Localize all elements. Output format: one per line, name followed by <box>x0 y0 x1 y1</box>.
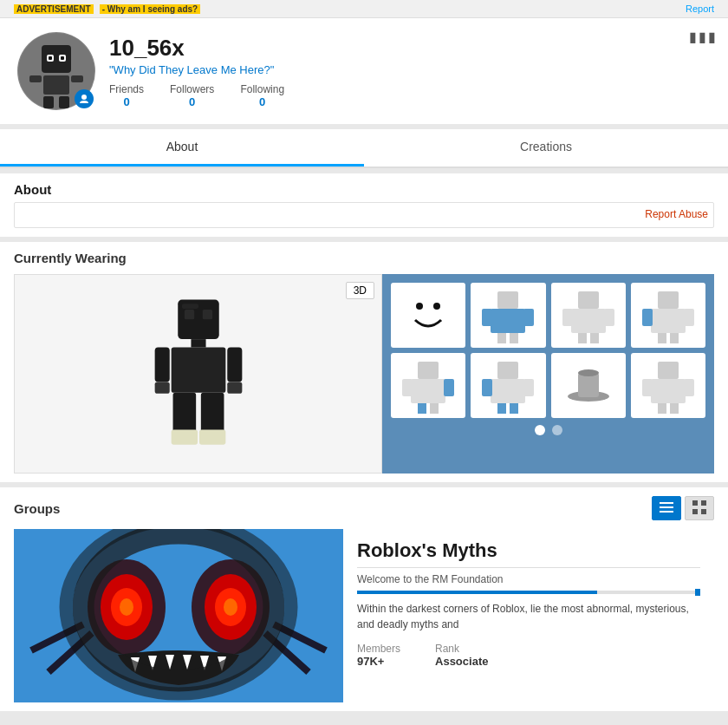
svg-rect-41 <box>578 333 587 343</box>
group-card: Roblox's Myths Welcome to the RM Foundat… <box>14 529 714 702</box>
svg-rect-62 <box>497 403 506 414</box>
group-tagline: Welcome to the RM Foundation <box>357 573 700 585</box>
list-view-icon <box>660 502 673 513</box>
svg-point-86 <box>120 598 133 616</box>
svg-rect-74 <box>670 403 679 414</box>
report-abuse-link[interactable]: Report Abuse <box>20 208 708 220</box>
following-count: 0 <box>240 95 284 108</box>
svg-rect-16 <box>171 348 225 393</box>
rank-info: Rank Associate <box>435 643 488 668</box>
svg-rect-47 <box>684 309 694 326</box>
wearing-title: Currently Wearing <box>14 251 714 265</box>
groups-title: Groups <box>14 501 60 516</box>
svg-rect-40 <box>604 309 614 326</box>
about-title: About <box>14 182 714 197</box>
pants1-icon <box>402 357 454 414</box>
svg-point-67 <box>578 369 599 376</box>
following-stat: Following 0 <box>240 83 284 108</box>
svg-rect-55 <box>418 403 426 414</box>
svg-rect-21 <box>172 393 196 434</box>
hat-icon <box>562 357 614 414</box>
default-front-icon <box>562 287 614 343</box>
svg-rect-25 <box>182 304 198 309</box>
item-thumb-pants1[interactable] <box>391 353 465 418</box>
svg-rect-31 <box>491 309 525 333</box>
svg-rect-66 <box>578 373 599 397</box>
group-image <box>14 529 343 702</box>
user-icon <box>79 94 89 104</box>
report-link[interactable]: Report <box>686 3 714 14</box>
dot-2[interactable] <box>552 425 562 435</box>
svg-rect-80 <box>692 509 698 514</box>
profile-tabs: About Creations <box>0 129 728 168</box>
group-image-svg <box>14 529 343 702</box>
avatar-3d-view: 3D <box>14 274 382 474</box>
svg-rect-1 <box>42 45 71 73</box>
svg-rect-23 <box>171 430 197 445</box>
default-back-icon <box>642 287 694 343</box>
svg-rect-79 <box>701 500 706 506</box>
following-label: Following <box>240 83 284 95</box>
item-thumb-default2[interactable] <box>631 283 705 348</box>
members-label: Members <box>357 643 400 655</box>
list-view-button[interactable] <box>652 496 681 520</box>
svg-rect-60 <box>482 379 492 396</box>
svg-rect-38 <box>571 309 606 333</box>
wearing-content: 3D <box>14 274 714 474</box>
svg-point-27 <box>416 303 423 310</box>
svg-rect-76 <box>660 506 673 508</box>
item-thumb-hat[interactable] <box>551 353 626 418</box>
svg-rect-19 <box>154 382 169 394</box>
dot-1[interactable] <box>535 425 545 435</box>
3d-button[interactable]: 3D <box>346 282 374 299</box>
more-options-button[interactable]: ▮▮▮ <box>689 29 718 45</box>
grid-view-icon <box>692 500 706 514</box>
ad-why: - Why am I seeing ads? <box>100 4 201 14</box>
svg-rect-14 <box>202 310 211 319</box>
profile-card: 10_56x "Why Did They Leave Me Here?" Fri… <box>0 18 728 124</box>
svg-rect-10 <box>59 96 69 108</box>
groups-header: Groups <box>14 496 714 520</box>
svg-rect-33 <box>523 309 534 326</box>
followers-stat: Followers 0 <box>170 83 214 108</box>
svg-rect-59 <box>491 379 525 403</box>
svg-rect-45 <box>651 309 686 333</box>
svg-rect-24 <box>198 430 224 445</box>
item-thumb-face[interactable] <box>391 283 465 348</box>
svg-rect-30 <box>497 291 518 309</box>
svg-rect-78 <box>692 500 698 506</box>
item-thumb-pants2[interactable] <box>471 353 545 418</box>
rank-value: Associate <box>435 655 488 668</box>
avatar-wrap <box>17 32 95 110</box>
svg-rect-54 <box>444 379 454 396</box>
svg-rect-52 <box>411 379 445 403</box>
svg-rect-70 <box>651 379 686 403</box>
item-thumb-default1[interactable] <box>551 283 626 348</box>
svg-rect-17 <box>154 348 169 382</box>
svg-point-90 <box>224 598 237 616</box>
face-icon <box>402 287 454 343</box>
svg-rect-4 <box>49 56 52 60</box>
svg-point-28 <box>433 303 440 310</box>
grid-view-button[interactable] <box>685 496 714 520</box>
group-name: Roblox's Myths <box>357 539 700 568</box>
svg-rect-48 <box>658 333 666 343</box>
svg-rect-51 <box>418 362 439 379</box>
tab-about[interactable]: About <box>0 129 364 167</box>
svg-rect-73 <box>658 403 666 414</box>
about-content: Report Abuse <box>14 202 714 228</box>
ad-text: ADVERTISEMENT - Why am I seeing ads? <box>14 3 204 14</box>
svg-rect-22 <box>200 393 224 434</box>
svg-rect-72 <box>684 379 694 396</box>
item-thumb-plain[interactable] <box>631 353 705 418</box>
grid-pagination <box>391 425 705 435</box>
svg-rect-20 <box>227 382 242 394</box>
friends-label: Friends <box>109 83 144 95</box>
currently-wearing-section: Currently Wearing 3D <box>0 242 728 482</box>
stats-row: Friends 0 Followers 0 Following 0 <box>109 83 711 108</box>
item-thumb-shirt[interactable] <box>471 283 545 348</box>
svg-rect-46 <box>642 309 653 326</box>
group-progress <box>357 591 700 594</box>
tab-creations[interactable]: Creations <box>364 129 728 167</box>
svg-rect-61 <box>523 379 534 396</box>
